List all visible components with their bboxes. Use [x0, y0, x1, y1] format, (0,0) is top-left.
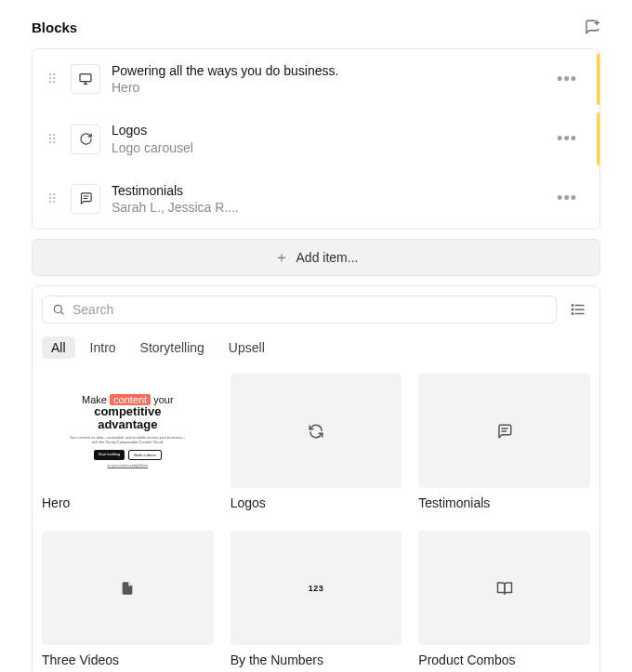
block-row[interactable]: ⠿ Testimonials Sarah L., Jessica R.... •… — [33, 169, 599, 229]
card-label: Product Combos — [418, 652, 590, 667]
new-chat-button[interactable] — [584, 19, 600, 35]
picker-tabs: All Intro Storytelling Upsell — [42, 336, 590, 359]
drag-handle-icon[interactable]: ⠿ — [47, 132, 58, 147]
kebab-menu-icon[interactable]: ••• — [549, 129, 579, 149]
picker-card-hero[interactable]: Make content your competitive advantage … — [42, 374, 214, 510]
card-label: Testimonials — [418, 495, 590, 510]
book-icon — [496, 580, 513, 597]
block-row[interactable]: ⠿ Powering all the ways you do business.… — [33, 49, 599, 109]
block-title: Testimonials — [112, 182, 549, 199]
tab-all[interactable]: All — [42, 336, 75, 359]
card-thumb: Make content your competitive advantage … — [42, 374, 214, 488]
block-title: Logos — [112, 122, 549, 138]
refresh-icon — [71, 125, 100, 154]
svg-point-13 — [572, 309, 573, 310]
svg-rect-2 — [80, 74, 91, 82]
svg-point-14 — [572, 313, 573, 315]
card-label: Hero — [42, 495, 214, 510]
card-thumb — [418, 531, 590, 645]
add-item-button[interactable]: ＋ Add item... — [32, 239, 600, 276]
list-view-toggle[interactable] — [566, 297, 590, 322]
card-label: Logos — [230, 495, 402, 510]
tab-storytelling[interactable]: Storytelling — [131, 336, 214, 359]
block-subtitle: Sarah L., Jessica R.... — [112, 199, 549, 216]
search-input[interactable] — [72, 302, 546, 317]
section-title: Blocks — [32, 20, 77, 35]
tab-intro[interactable]: Intro — [81, 336, 125, 359]
svg-line-8 — [61, 312, 64, 315]
plus-icon: ＋ — [274, 250, 289, 265]
chat-icon — [496, 423, 513, 440]
kebab-menu-icon[interactable]: ••• — [549, 189, 579, 208]
monitor-icon — [71, 64, 100, 94]
refresh-icon — [308, 423, 324, 440]
block-row[interactable]: ⠿ Logos Logo carousel ••• — [33, 109, 599, 168]
card-label: By the Numbers — [230, 652, 402, 667]
card-thumb: 123 — [230, 531, 402, 645]
search-field[interactable] — [42, 296, 557, 323]
blocks-list: ⠿ Powering all the ways you do business.… — [32, 48, 600, 230]
card-thumb — [42, 531, 214, 645]
drag-handle-icon[interactable]: ⠿ — [47, 191, 58, 206]
block-title: Powering all the ways you do business. — [112, 62, 549, 79]
numbers-icon: 123 — [309, 584, 324, 593]
block-subtitle: Logo carousel — [112, 139, 549, 156]
picker-grid: Make content your competitive advantage … — [42, 374, 590, 667]
add-item-label: Add item... — [296, 250, 359, 265]
card-thumb — [418, 374, 590, 488]
search-icon — [52, 303, 65, 316]
kebab-menu-icon[interactable]: ••• — [549, 70, 579, 89]
picker-card-logos[interactable]: Logos — [230, 374, 402, 510]
tab-upsell[interactable]: Upsell — [219, 336, 274, 359]
block-labels: Powering all the ways you do business. H… — [112, 62, 549, 96]
picker-card-by-the-numbers[interactable]: 123 By the Numbers — [230, 531, 402, 667]
chat-icon — [71, 184, 100, 214]
picker-card-three-videos[interactable]: Three Videos — [42, 531, 214, 667]
card-thumb — [230, 374, 402, 488]
card-label: Three Videos — [42, 652, 214, 667]
svg-point-7 — [54, 305, 61, 312]
block-labels: Testimonials Sarah L., Jessica R.... — [112, 182, 549, 216]
picker-card-product-combos[interactable]: Product Combos — [418, 531, 590, 667]
file-icon — [120, 580, 135, 597]
drag-handle-icon[interactable]: ⠿ — [47, 72, 58, 86]
block-subtitle: Hero — [112, 79, 549, 96]
block-labels: Logos Logo carousel — [112, 122, 549, 155]
picker-card-testimonials[interactable]: Testimonials — [418, 374, 590, 510]
block-picker: All Intro Storytelling Upsell Make conte… — [32, 285, 600, 672]
svg-point-12 — [572, 305, 573, 307]
